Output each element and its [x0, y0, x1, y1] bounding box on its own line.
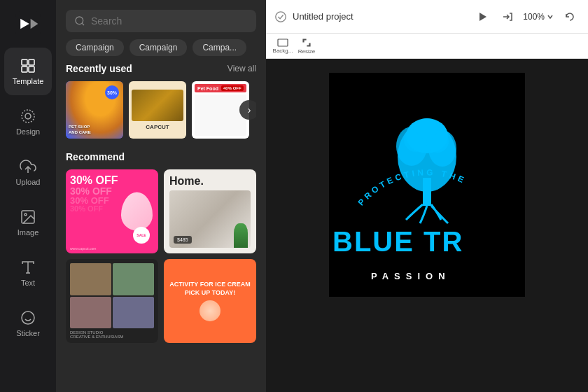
badge-percent: 30% [105, 85, 119, 99]
panel-content: Recently used View all 30% PET SHOPAND C… [56, 63, 266, 392]
recommend-header: Recommend [66, 151, 256, 162]
sidebar-item-image[interactable]: Image [4, 199, 52, 246]
canvas-content: PROTECTING THE [329, 73, 525, 297]
search-icon [74, 15, 85, 27]
svg-rect-2 [29, 59, 34, 65]
svg-rect-4 [29, 66, 34, 72]
recommend-grid: 30% OFF 30% OFF 30% OFF 30% OFF SALE www… [66, 169, 256, 343]
product-blob [121, 192, 153, 231]
pet-shop-text: PET SHOPAND CARE [69, 125, 91, 136]
icecream-title: ACTIVITY FOR ICE CREAMPICK UP TODAY! [169, 281, 250, 297]
sidebar-item-design[interactable]: Design [4, 98, 52, 146]
couch-image: $485 [169, 190, 251, 248]
svg-line-16 [82, 23, 84, 25]
off-shadow-3: 30% OFF [70, 205, 118, 213]
background-label: Backg... [273, 48, 293, 54]
zoom-value: 100% [523, 12, 545, 22]
project-icon [274, 10, 287, 23]
recommend-thumb-30off[interactable]: 30% OFF 30% OFF 30% OFF 30% OFF SALE www… [66, 169, 158, 253]
sidebar-design-label: Design [16, 127, 40, 136]
sidebar-upload-label: Upload [16, 178, 41, 186]
svg-text:PASSION: PASSION [371, 271, 451, 281]
sidebar-text-label: Text [21, 279, 35, 287]
filter-row: Campaign Campaign Campa... [56, 39, 266, 63]
search-input[interactable] [91, 15, 248, 27]
sidebar-image-label: Image [18, 228, 39, 237]
filter-campaign-1[interactable]: Campaign [66, 39, 124, 56]
icecream-scoop [200, 300, 220, 321]
off-main-text: 30% OFF [70, 175, 118, 186]
svg-rect-29 [423, 178, 431, 206]
template-thumb-pet-shop[interactable]: 30% PET SHOPAND CARE [66, 81, 123, 139]
sidebar-item-text[interactable]: Text [4, 249, 52, 297]
resize-button[interactable]: Resize [295, 36, 318, 56]
svg-point-9 [24, 214, 27, 216]
svg-rect-1 [22, 59, 27, 65]
svg-marker-18 [479, 13, 486, 21]
sale-badge: SALE [133, 227, 150, 244]
chevron-down-icon [546, 13, 554, 21]
recently-used-row: 30% PET SHOPAND CARE CAPCUT Pet Food 40%… [66, 81, 256, 139]
sidebar-item-sticker[interactable]: Sticker [4, 300, 52, 347]
template-thumb-capcut[interactable]: CAPCUT [129, 81, 186, 139]
editor-topbar: Untitled project 100% [266, 0, 588, 34]
resize-label: Resize [298, 48, 315, 55]
person-2 [113, 263, 154, 295]
editor-canvas: PROTECTING THE [266, 59, 588, 392]
person-3 [70, 297, 111, 329]
svg-text:BLUE TR: BLUE TR [332, 226, 463, 257]
svg-point-17 [276, 11, 286, 21]
template-panel: Campaign Campaign Campa... Recently used… [56, 0, 266, 392]
background-button[interactable]: Backg... [272, 36, 294, 56]
next-button[interactable]: › [239, 100, 256, 120]
recommend-thumb-home[interactable]: Home. $485 [164, 169, 256, 253]
share-button[interactable] [498, 7, 517, 27]
canvas-svg: PROTECTING THE [329, 73, 525, 297]
recently-used-header: Recently used View all [66, 63, 256, 74]
sidebar-template-label: Template [13, 77, 44, 85]
svg-point-5 [25, 113, 31, 119]
project-name: Untitled project [293, 11, 467, 22]
svg-point-15 [76, 17, 83, 24]
recently-used-title: Recently used [66, 63, 132, 74]
svg-point-6 [22, 110, 34, 122]
off-shadow-1: 30% OFF [70, 186, 118, 196]
pet-food-content [195, 94, 246, 136]
search-bar[interactable] [66, 10, 256, 32]
svg-point-12 [22, 312, 34, 324]
svg-point-28 [416, 118, 438, 139]
recommend-title: Recommend [66, 151, 125, 162]
filter-campaign-3[interactable]: Campa... [192, 39, 246, 56]
capcut-people-block [132, 90, 183, 120]
person-4 [113, 297, 154, 329]
bottom-url: www.capcut.com [70, 246, 97, 251]
sidebar-sticker-label: Sticker [16, 329, 40, 337]
design-studio-label: DESIGN STUDIOCREATIVE & ENTHUSIASM [70, 330, 154, 339]
people-grid [70, 263, 154, 328]
svg-rect-19 [278, 39, 288, 46]
person-1 [70, 263, 111, 295]
zoom-control: 100% [523, 12, 554, 22]
price-tag: $485 [174, 236, 192, 244]
plant-decor [234, 223, 248, 248]
undo-button[interactable] [560, 7, 580, 27]
capcut-label: CAPCUT [146, 124, 169, 130]
svg-rect-3 [22, 66, 27, 72]
view-all-button[interactable]: View all [227, 64, 256, 74]
sidebar: Template Design Upload Image Text [0, 0, 56, 392]
pet-food-top-bar: Pet Food 40% OFF [195, 84, 246, 92]
editor-toolbar: Backg... Resize [266, 34, 588, 59]
home-title: Home. [169, 175, 251, 188]
play-button[interactable] [472, 7, 492, 27]
app-logo [13, 8, 43, 39]
sidebar-item-upload[interactable]: Upload [4, 148, 52, 196]
filter-campaign-2[interactable]: Campaign [130, 39, 188, 56]
sidebar-item-template[interactable]: Template [4, 48, 52, 95]
recommend-thumb-design-studio[interactable]: DESIGN STUDIOCREATIVE & ENTHUSIASM [66, 259, 158, 343]
editor-panel: Untitled project 100% [266, 0, 588, 392]
recommend-thumb-icecream[interactable]: ACTIVITY FOR ICE CREAMPICK UP TODAY! [164, 259, 256, 343]
